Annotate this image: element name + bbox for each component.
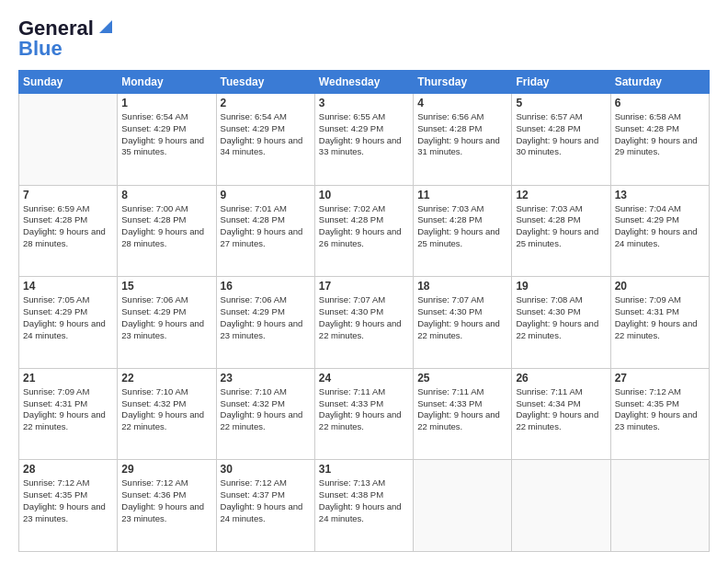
- day-number: 29: [121, 463, 211, 476]
- day-number: 4: [417, 97, 507, 109]
- day-info: Sunrise: 6:58 AMSunset: 4:28 PMDaylight:…: [615, 111, 705, 158]
- day-info: Sunrise: 7:05 AMSunset: 4:29 PMDaylight:…: [23, 294, 113, 341]
- col-header-friday: Friday: [512, 71, 610, 94]
- day-info: Sunrise: 7:11 AMSunset: 4:33 PMDaylight:…: [319, 386, 409, 433]
- day-cell: 23Sunrise: 7:10 AMSunset: 4:32 PMDayligh…: [216, 368, 314, 460]
- day-number: 28: [23, 463, 113, 476]
- day-cell: 17Sunrise: 7:07 AMSunset: 4:30 PMDayligh…: [314, 277, 413, 369]
- day-info: Sunrise: 7:12 AMSunset: 4:35 PMDaylight:…: [615, 386, 705, 433]
- day-info: Sunrise: 7:12 AMSunset: 4:36 PMDaylight:…: [121, 477, 211, 524]
- day-info: Sunrise: 7:10 AMSunset: 4:32 PMDaylight:…: [221, 386, 311, 433]
- day-info: Sunrise: 7:11 AMSunset: 4:34 PMDaylight:…: [516, 386, 606, 433]
- day-number: 3: [319, 97, 409, 109]
- day-info: Sunrise: 6:54 AMSunset: 4:29 PMDaylight:…: [121, 111, 211, 158]
- day-info: Sunrise: 7:10 AMSunset: 4:32 PMDaylight:…: [121, 386, 211, 433]
- day-info: Sunrise: 7:03 AMSunset: 4:28 PMDaylight:…: [516, 203, 606, 250]
- day-cell: 6Sunrise: 6:58 AMSunset: 4:28 PMDaylight…: [610, 94, 709, 186]
- day-number: 30: [221, 463, 311, 476]
- day-info: Sunrise: 7:09 AMSunset: 4:31 PMDaylight:…: [23, 386, 113, 433]
- day-info: Sunrise: 7:08 AMSunset: 4:30 PMDaylight:…: [516, 294, 606, 341]
- day-cell: 22Sunrise: 7:10 AMSunset: 4:32 PMDayligh…: [118, 368, 216, 460]
- page: General Blue SundayMondayTuesdayWednesda…: [0, 0, 728, 563]
- calendar-table: SundayMondayTuesdayWednesdayThursdayFrid…: [18, 70, 710, 552]
- day-cell: [512, 460, 610, 552]
- logo-blue: Blue: [18, 37, 63, 61]
- day-number: 21: [23, 372, 113, 385]
- day-cell: [414, 460, 512, 552]
- day-number: 6: [615, 97, 705, 109]
- svg-marker-0: [99, 20, 112, 33]
- week-row-5: 28Sunrise: 7:12 AMSunset: 4:35 PMDayligh…: [19, 460, 710, 552]
- col-header-monday: Monday: [118, 71, 216, 94]
- day-info: Sunrise: 7:07 AMSunset: 4:30 PMDaylight:…: [417, 294, 507, 341]
- day-cell: 28Sunrise: 7:12 AMSunset: 4:35 PMDayligh…: [19, 460, 118, 552]
- day-cell: 30Sunrise: 7:12 AMSunset: 4:37 PMDayligh…: [216, 460, 314, 552]
- day-info: Sunrise: 7:03 AMSunset: 4:28 PMDaylight:…: [417, 203, 507, 250]
- day-cell: 10Sunrise: 7:02 AMSunset: 4:28 PMDayligh…: [314, 185, 413, 277]
- day-cell: [19, 94, 118, 186]
- day-number: 19: [516, 280, 606, 293]
- day-cell: 25Sunrise: 7:11 AMSunset: 4:33 PMDayligh…: [414, 368, 512, 460]
- day-cell: 26Sunrise: 7:11 AMSunset: 4:34 PMDayligh…: [512, 368, 610, 460]
- week-row-2: 7Sunrise: 6:59 AMSunset: 4:28 PMDaylight…: [19, 185, 710, 277]
- day-number: 26: [516, 372, 606, 385]
- day-cell: 9Sunrise: 7:01 AMSunset: 4:28 PMDaylight…: [216, 185, 314, 277]
- day-cell: 11Sunrise: 7:03 AMSunset: 4:28 PMDayligh…: [414, 185, 512, 277]
- day-cell: 16Sunrise: 7:06 AMSunset: 4:29 PMDayligh…: [216, 277, 314, 369]
- day-cell: 31Sunrise: 7:13 AMSunset: 4:38 PMDayligh…: [314, 460, 413, 552]
- day-cell: 15Sunrise: 7:06 AMSunset: 4:29 PMDayligh…: [118, 277, 216, 369]
- day-cell: [610, 460, 709, 552]
- day-cell: 20Sunrise: 7:09 AMSunset: 4:31 PMDayligh…: [610, 277, 709, 369]
- day-cell: 19Sunrise: 7:08 AMSunset: 4:30 PMDayligh…: [512, 277, 610, 369]
- day-cell: 12Sunrise: 7:03 AMSunset: 4:28 PMDayligh…: [512, 185, 610, 277]
- day-info: Sunrise: 7:00 AMSunset: 4:28 PMDaylight:…: [121, 203, 211, 250]
- day-cell: 2Sunrise: 6:54 AMSunset: 4:29 PMDaylight…: [216, 94, 314, 186]
- day-number: 2: [221, 97, 311, 109]
- day-number: 12: [516, 189, 606, 201]
- day-number: 11: [417, 189, 507, 201]
- day-number: 31: [319, 463, 409, 476]
- day-info: Sunrise: 6:56 AMSunset: 4:28 PMDaylight:…: [417, 111, 507, 158]
- day-cell: 1Sunrise: 6:54 AMSunset: 4:29 PMDaylight…: [118, 94, 216, 186]
- day-info: Sunrise: 7:01 AMSunset: 4:28 PMDaylight:…: [221, 203, 311, 250]
- day-number: 22: [121, 372, 211, 385]
- day-info: Sunrise: 6:54 AMSunset: 4:29 PMDaylight:…: [221, 111, 311, 158]
- day-number: 25: [417, 372, 507, 385]
- day-number: 14: [23, 280, 113, 293]
- day-info: Sunrise: 7:12 AMSunset: 4:35 PMDaylight:…: [23, 477, 113, 524]
- day-info: Sunrise: 7:09 AMSunset: 4:31 PMDaylight:…: [615, 294, 705, 341]
- calendar-header-row: SundayMondayTuesdayWednesdayThursdayFrid…: [19, 71, 710, 94]
- day-cell: 3Sunrise: 6:55 AMSunset: 4:29 PMDaylight…: [314, 94, 413, 186]
- day-info: Sunrise: 7:06 AMSunset: 4:29 PMDaylight:…: [121, 294, 211, 341]
- day-cell: 14Sunrise: 7:05 AMSunset: 4:29 PMDayligh…: [19, 277, 118, 369]
- day-number: 8: [121, 189, 211, 201]
- day-cell: 27Sunrise: 7:12 AMSunset: 4:35 PMDayligh…: [610, 368, 709, 460]
- day-cell: 5Sunrise: 6:57 AMSunset: 4:28 PMDaylight…: [512, 94, 610, 186]
- day-info: Sunrise: 7:06 AMSunset: 4:29 PMDaylight:…: [221, 294, 311, 341]
- day-info: Sunrise: 6:59 AMSunset: 4:28 PMDaylight:…: [23, 203, 113, 250]
- day-number: 17: [319, 280, 409, 293]
- day-info: Sunrise: 7:12 AMSunset: 4:37 PMDaylight:…: [221, 477, 311, 524]
- col-header-wednesday: Wednesday: [314, 71, 413, 94]
- day-info: Sunrise: 7:04 AMSunset: 4:29 PMDaylight:…: [615, 203, 705, 250]
- day-cell: 24Sunrise: 7:11 AMSunset: 4:33 PMDayligh…: [314, 368, 413, 460]
- day-cell: 18Sunrise: 7:07 AMSunset: 4:30 PMDayligh…: [414, 277, 512, 369]
- day-cell: 13Sunrise: 7:04 AMSunset: 4:29 PMDayligh…: [610, 185, 709, 277]
- day-cell: 7Sunrise: 6:59 AMSunset: 4:28 PMDaylight…: [19, 185, 118, 277]
- day-number: 5: [516, 97, 606, 109]
- col-header-saturday: Saturday: [610, 71, 709, 94]
- logo-triangle-icon: [96, 17, 116, 37]
- day-info: Sunrise: 6:55 AMSunset: 4:29 PMDaylight:…: [319, 111, 409, 158]
- day-info: Sunrise: 6:57 AMSunset: 4:28 PMDaylight:…: [516, 111, 606, 158]
- header: General Blue: [18, 17, 710, 61]
- day-info: Sunrise: 7:02 AMSunset: 4:28 PMDaylight:…: [319, 203, 409, 250]
- day-number: 7: [23, 189, 113, 201]
- day-cell: 29Sunrise: 7:12 AMSunset: 4:36 PMDayligh…: [118, 460, 216, 552]
- day-number: 23: [221, 372, 311, 385]
- day-cell: 21Sunrise: 7:09 AMSunset: 4:31 PMDayligh…: [19, 368, 118, 460]
- day-cell: 8Sunrise: 7:00 AMSunset: 4:28 PMDaylight…: [118, 185, 216, 277]
- day-info: Sunrise: 7:11 AMSunset: 4:33 PMDaylight:…: [417, 386, 507, 433]
- week-row-3: 14Sunrise: 7:05 AMSunset: 4:29 PMDayligh…: [19, 277, 710, 369]
- day-number: 10: [319, 189, 409, 201]
- col-header-thursday: Thursday: [414, 71, 512, 94]
